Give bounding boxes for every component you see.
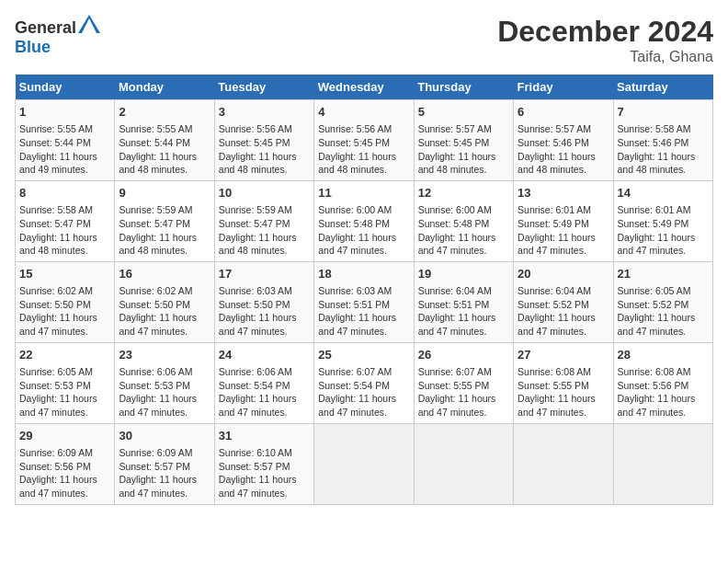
day-number: 20 [518, 266, 609, 282]
day-info: Sunrise: 6:01 AM Sunset: 5:49 PM Dayligh… [618, 204, 696, 256]
day-number: 21 [618, 266, 709, 282]
day-info: Sunrise: 5:57 AM Sunset: 5:45 PM Dayligh… [418, 123, 496, 175]
calendar-cell: 21Sunrise: 6:05 AM Sunset: 5:52 PM Dayli… [613, 261, 712, 342]
calendar-cell: 28Sunrise: 6:08 AM Sunset: 5:56 PM Dayli… [613, 342, 712, 423]
day-number: 6 [518, 104, 609, 121]
day-info: Sunrise: 6:05 AM Sunset: 5:52 PM Dayligh… [618, 285, 696, 337]
day-number: 4 [318, 104, 409, 121]
day-number: 14 [618, 185, 709, 201]
page-header: General Blue December 2024 Taifa, Ghana [15, 15, 713, 65]
day-info: Sunrise: 5:56 AM Sunset: 5:45 PM Dayligh… [318, 123, 396, 175]
calendar-week-3: 15Sunrise: 6:02 AM Sunset: 5:50 PM Dayli… [16, 261, 713, 342]
calendar-cell: 7Sunrise: 5:58 AM Sunset: 5:46 PM Daylig… [613, 100, 712, 181]
day-number: 15 [19, 266, 110, 282]
day-info: Sunrise: 5:58 AM Sunset: 5:46 PM Dayligh… [618, 123, 696, 175]
day-number: 26 [418, 347, 509, 363]
calendar-cell: 22Sunrise: 6:05 AM Sunset: 5:53 PM Dayli… [16, 342, 115, 423]
calendar-cell: 31Sunrise: 6:10 AM Sunset: 5:57 PM Dayli… [214, 423, 313, 504]
day-info: Sunrise: 6:01 AM Sunset: 5:49 PM Dayligh… [518, 204, 596, 256]
calendar-header: SundayMondayTuesdayWednesdayThursdayFrid… [16, 75, 713, 100]
logo-general: General [15, 18, 76, 37]
logo-icon [78, 15, 100, 33]
day-number: 11 [318, 185, 409, 201]
day-header-saturday: Saturday [613, 75, 712, 100]
day-info: Sunrise: 5:55 AM Sunset: 5:44 PM Dayligh… [19, 123, 97, 175]
day-number: 13 [518, 185, 609, 201]
calendar-cell: 27Sunrise: 6:08 AM Sunset: 5:55 PM Dayli… [514, 342, 613, 423]
calendar-cell [514, 423, 613, 504]
day-info: Sunrise: 6:09 AM Sunset: 5:57 PM Dayligh… [119, 447, 197, 499]
calendar-cell: 15Sunrise: 6:02 AM Sunset: 5:50 PM Dayli… [16, 261, 115, 342]
day-header-friday: Friday [514, 75, 613, 100]
calendar-cell: 14Sunrise: 6:01 AM Sunset: 5:49 PM Dayli… [613, 180, 712, 261]
calendar-table: SundayMondayTuesdayWednesdayThursdayFrid… [15, 75, 713, 505]
logo-text: General Blue [15, 15, 100, 57]
day-header-tuesday: Tuesday [214, 75, 313, 100]
location: Taifa, Ghana [497, 49, 713, 65]
calendar-week-1: 1Sunrise: 5:55 AM Sunset: 5:44 PM Daylig… [16, 100, 713, 181]
calendar-cell: 9Sunrise: 5:59 AM Sunset: 5:47 PM Daylig… [115, 180, 214, 261]
calendar-cell: 30Sunrise: 6:09 AM Sunset: 5:57 PM Dayli… [115, 423, 214, 504]
calendar-week-2: 8Sunrise: 5:58 AM Sunset: 5:47 PM Daylig… [16, 180, 713, 261]
logo-blue: Blue [15, 38, 51, 56]
day-info: Sunrise: 6:10 AM Sunset: 5:57 PM Dayligh… [219, 447, 297, 499]
logo: General Blue [15, 15, 100, 57]
calendar-cell: 23Sunrise: 6:06 AM Sunset: 5:53 PM Dayli… [115, 342, 214, 423]
day-info: Sunrise: 5:58 AM Sunset: 5:47 PM Dayligh… [19, 204, 97, 256]
day-info: Sunrise: 5:57 AM Sunset: 5:46 PM Dayligh… [518, 123, 596, 175]
day-info: Sunrise: 6:02 AM Sunset: 5:50 PM Dayligh… [19, 285, 97, 337]
day-number: 18 [318, 266, 409, 282]
day-header-sunday: Sunday [16, 75, 115, 100]
calendar-cell: 19Sunrise: 6:04 AM Sunset: 5:51 PM Dayli… [414, 261, 513, 342]
calendar-cell: 12Sunrise: 6:00 AM Sunset: 5:48 PM Dayli… [414, 180, 513, 261]
calendar-cell: 1Sunrise: 5:55 AM Sunset: 5:44 PM Daylig… [16, 100, 115, 181]
day-info: Sunrise: 6:06 AM Sunset: 5:54 PM Dayligh… [219, 366, 297, 418]
day-info: Sunrise: 6:06 AM Sunset: 5:53 PM Dayligh… [119, 366, 197, 418]
day-number: 17 [219, 266, 310, 282]
month-year: December 2024 [497, 15, 713, 49]
calendar-cell: 16Sunrise: 6:02 AM Sunset: 5:50 PM Dayli… [115, 261, 214, 342]
day-info: Sunrise: 6:07 AM Sunset: 5:55 PM Dayligh… [418, 366, 496, 418]
calendar-cell [314, 423, 414, 504]
day-number: 19 [418, 266, 509, 282]
day-header-wednesday: Wednesday [314, 75, 414, 100]
calendar-cell: 26Sunrise: 6:07 AM Sunset: 5:55 PM Dayli… [414, 342, 513, 423]
calendar-cell: 17Sunrise: 6:03 AM Sunset: 5:50 PM Dayli… [214, 261, 313, 342]
day-info: Sunrise: 6:03 AM Sunset: 5:51 PM Dayligh… [318, 285, 396, 337]
calendar-cell [414, 423, 513, 504]
calendar-cell: 6Sunrise: 5:57 AM Sunset: 5:46 PM Daylig… [514, 100, 613, 181]
day-number: 9 [119, 185, 210, 201]
day-number: 30 [119, 428, 210, 444]
day-number: 28 [618, 347, 709, 363]
day-header-thursday: Thursday [414, 75, 513, 100]
day-number: 27 [518, 347, 609, 363]
day-number: 7 [618, 104, 709, 121]
day-number: 16 [119, 266, 210, 282]
day-info: Sunrise: 5:55 AM Sunset: 5:44 PM Dayligh… [119, 123, 197, 175]
calendar-cell: 8Sunrise: 5:58 AM Sunset: 5:47 PM Daylig… [16, 180, 115, 261]
day-number: 23 [119, 347, 210, 363]
title-block: December 2024 Taifa, Ghana [497, 15, 713, 65]
day-number: 3 [219, 104, 310, 121]
calendar-cell: 20Sunrise: 6:04 AM Sunset: 5:52 PM Dayli… [514, 261, 613, 342]
calendar-cell: 2Sunrise: 5:55 AM Sunset: 5:44 PM Daylig… [115, 100, 214, 181]
day-info: Sunrise: 6:08 AM Sunset: 5:56 PM Dayligh… [618, 366, 696, 418]
day-info: Sunrise: 6:00 AM Sunset: 5:48 PM Dayligh… [318, 204, 396, 256]
calendar-week-5: 29Sunrise: 6:09 AM Sunset: 5:56 PM Dayli… [16, 423, 713, 504]
day-info: Sunrise: 6:07 AM Sunset: 5:54 PM Dayligh… [318, 366, 396, 418]
day-info: Sunrise: 6:08 AM Sunset: 5:55 PM Dayligh… [518, 366, 596, 418]
day-info: Sunrise: 6:03 AM Sunset: 5:50 PM Dayligh… [219, 285, 297, 337]
day-number: 5 [418, 104, 509, 121]
day-number: 12 [418, 185, 509, 201]
day-info: Sunrise: 5:59 AM Sunset: 5:47 PM Dayligh… [119, 204, 197, 256]
day-info: Sunrise: 6:09 AM Sunset: 5:56 PM Dayligh… [19, 447, 97, 499]
calendar-cell: 13Sunrise: 6:01 AM Sunset: 5:49 PM Dayli… [514, 180, 613, 261]
calendar-cell: 24Sunrise: 6:06 AM Sunset: 5:54 PM Dayli… [214, 342, 313, 423]
day-number: 22 [19, 347, 110, 363]
calendar-cell: 11Sunrise: 6:00 AM Sunset: 5:48 PM Dayli… [314, 180, 414, 261]
day-number: 29 [19, 428, 110, 444]
day-info: Sunrise: 5:56 AM Sunset: 5:45 PM Dayligh… [219, 123, 297, 175]
calendar-cell [613, 423, 712, 504]
calendar-cell: 10Sunrise: 5:59 AM Sunset: 5:47 PM Dayli… [214, 180, 313, 261]
calendar-cell: 5Sunrise: 5:57 AM Sunset: 5:45 PM Daylig… [414, 100, 513, 181]
